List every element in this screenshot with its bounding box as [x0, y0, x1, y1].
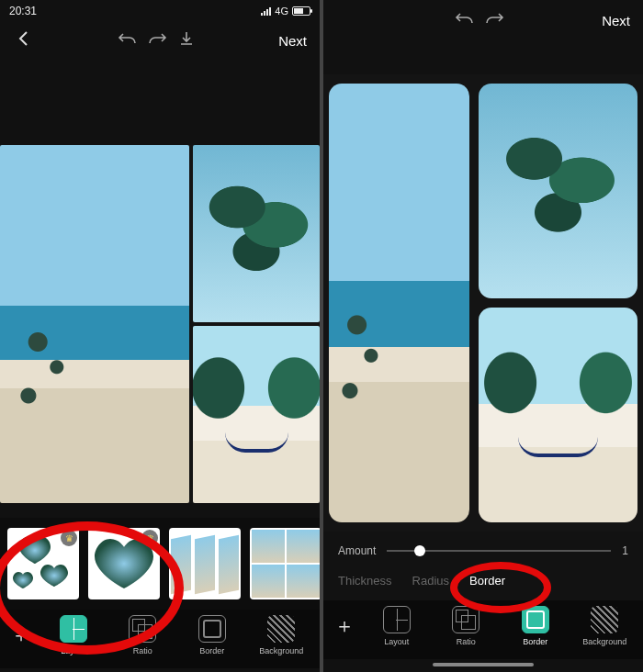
crown-icon: ♛ — [141, 530, 158, 546]
download-icon[interactable] — [172, 30, 201, 51]
layout-icon — [60, 615, 87, 643]
screenshot-right: Next Amount 1 Thickness Radius Border ＋ — [323, 0, 643, 672]
layout-icon — [383, 606, 411, 633]
collage-canvas[interactable] — [0, 145, 320, 503]
tool-ratio[interactable]: Ratio — [110, 615, 176, 655]
next-button[interactable]: Next — [275, 29, 310, 52]
tool-border[interactable]: Border — [179, 615, 245, 655]
status-bar: 20:31 4G — [0, 0, 320, 18]
border-icon — [522, 606, 549, 633]
collage-photo-3[interactable] — [479, 308, 637, 522]
tool-label: Layout — [384, 637, 409, 646]
collage-photo-main[interactable] — [0, 145, 189, 503]
redo-icon[interactable] — [142, 31, 172, 50]
collage-photo-main[interactable] — [329, 84, 469, 522]
amount-value: 1 — [622, 544, 628, 557]
tool-layout[interactable]: Layout — [40, 615, 107, 655]
next-button[interactable]: Next — [598, 9, 634, 32]
template-grid-4[interactable] — [250, 528, 320, 599]
subtab-radius[interactable]: Radius — [412, 574, 449, 588]
undo-icon[interactable] — [450, 11, 479, 30]
bottom-toolbar: ＋ Layout Ratio Border Background — [0, 610, 320, 668]
subtab-thickness[interactable]: Thickness — [338, 574, 392, 588]
amount-slider-row: Amount 1 — [338, 544, 628, 557]
collage-photo-2[interactable] — [193, 145, 320, 322]
nav-bar: Next — [0, 18, 320, 62]
template-heart-1[interactable]: ♛ — [88, 528, 160, 599]
tool-layout[interactable]: Layout — [364, 606, 430, 646]
template-skew-3[interactable] — [169, 528, 241, 599]
back-icon[interactable] — [9, 30, 39, 51]
tool-label: Border — [523, 637, 547, 646]
tool-label: Ratio — [457, 637, 476, 646]
clock: 20:31 — [9, 5, 37, 17]
amount-slider[interactable] — [387, 544, 611, 557]
home-indicator — [433, 663, 534, 666]
network-label: 4G — [275, 6, 288, 17]
tool-border[interactable]: Border — [502, 606, 569, 646]
border-icon — [198, 615, 226, 643]
tool-label: Background — [582, 637, 626, 646]
collage-canvas[interactable] — [323, 74, 643, 532]
nav-bar: Next — [323, 0, 643, 43]
battery-icon — [292, 6, 310, 16]
slider-thumb[interactable] — [414, 545, 425, 556]
template-strip[interactable]: ♛ ♛ — [0, 518, 320, 610]
status-right: 4G — [261, 6, 310, 17]
signal-icon — [261, 6, 271, 16]
tool-ratio[interactable]: Ratio — [434, 606, 500, 646]
tool-label: Ratio — [133, 646, 152, 655]
tool-background[interactable]: Background — [249, 615, 315, 655]
collage-photo-2[interactable] — [479, 84, 637, 298]
blank-space — [0, 62, 320, 145]
crown-icon: ♛ — [61, 530, 77, 546]
template-hearts-3[interactable]: ♛ — [7, 528, 79, 599]
add-button[interactable]: ＋ — [6, 620, 37, 651]
undo-icon[interactable] — [113, 31, 142, 50]
add-button[interactable]: ＋ — [329, 610, 360, 642]
tool-label: Border — [199, 646, 224, 655]
screenshot-left: 20:31 4G Next — [0, 0, 320, 672]
border-panel: Amount 1 Thickness Radius Border — [323, 532, 643, 600]
subtab-border[interactable]: Border — [469, 574, 505, 588]
tool-label: Layout — [61, 646, 85, 655]
tool-background[interactable]: Background — [572, 606, 638, 646]
border-subtabs: Thickness Radius Border — [338, 574, 628, 588]
amount-label: Amount — [338, 544, 376, 557]
background-icon — [267, 615, 295, 643]
redo-icon[interactable] — [479, 11, 509, 30]
ratio-icon — [129, 615, 156, 643]
ratio-icon — [452, 606, 479, 633]
collage-photo-3[interactable] — [193, 326, 320, 503]
background-icon — [591, 606, 618, 633]
tool-label: Background — [259, 646, 303, 655]
bottom-toolbar: ＋ Layout Ratio Border Background — [323, 600, 643, 659]
